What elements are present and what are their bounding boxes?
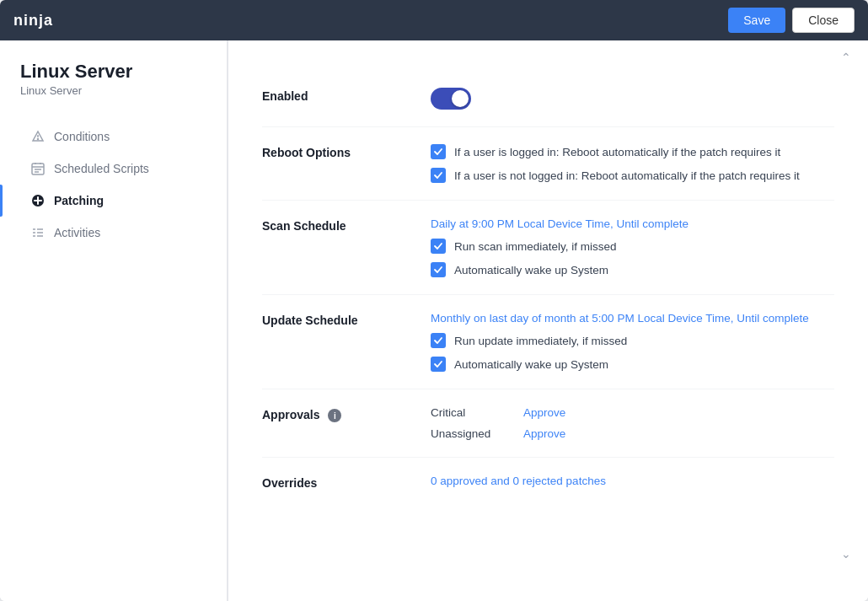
save-button[interactable]: Save <box>728 8 785 33</box>
update-schedule-label: Update Schedule <box>262 312 431 327</box>
enabled-content <box>431 88 834 110</box>
section-header: ⌃ <box>228 40 868 64</box>
reboot-option-2-checkbox[interactable] <box>431 168 446 183</box>
scan-schedule-content: Daily at 9:00 PM Local Device Time, Unti… <box>431 217 834 277</box>
scan-schedule-label: Scan Schedule <box>262 217 431 233</box>
reboot-options-row: Reboot Options If a user is logged in: R… <box>262 127 834 201</box>
reboot-option-2-text: If a user is not logged in: Reboot autom… <box>454 169 800 182</box>
sidebar-item-conditions-label: Conditions <box>54 130 110 143</box>
update-option-1-text: Run update immediately, if missed <box>454 335 627 347</box>
scan-option-2-checkbox[interactable] <box>431 262 446 277</box>
update-schedule-content: Monthly on last day of month at 5:00 PM … <box>431 312 834 372</box>
left-panel: Linux Server Linux Server Conditions <box>0 40 228 601</box>
sidebar-item-conditions[interactable]: Conditions <box>20 121 227 153</box>
approvals-info-icon[interactable]: i <box>328 409 341 422</box>
update-option-2-text: Automatically wake up System <box>454 358 608 371</box>
scan-option-1-text: Run scan immediately, if missed <box>454 240 617 253</box>
right-panel: ⌃ Enabled Reboot Options <box>228 40 868 601</box>
plus-circle-icon <box>30 193 46 208</box>
main-content: Linux Server Linux Server Conditions <box>0 40 868 601</box>
critical-approval-row: Critical Approve <box>431 406 834 419</box>
reboot-option-1-text: If a user is logged in: Reboot automatic… <box>454 146 780 158</box>
sidebar-item-scheduled-scripts-label: Scheduled Scripts <box>54 162 149 175</box>
update-schedule-link[interactable]: Monthly on last day of month at 5:00 PM … <box>431 312 834 325</box>
close-button[interactable]: Close <box>792 8 855 33</box>
calendar-icon <box>30 161 46 176</box>
reboot-option-1-checkbox[interactable] <box>431 144 446 159</box>
update-option-2-row: Automatically wake up System <box>431 357 834 372</box>
unassigned-approve-link[interactable]: Approve <box>523 427 565 440</box>
logo: ninja <box>13 12 53 30</box>
toggle-thumb <box>452 90 469 107</box>
sidebar-item-patching-label: Patching <box>54 194 104 207</box>
update-option-2-checkbox[interactable] <box>431 357 446 372</box>
content-area: Enabled Reboot Options <box>228 64 868 540</box>
list-icon <box>30 225 46 240</box>
approvals-label: Approvals i <box>262 406 431 422</box>
sidebar-item-patching[interactable]: Patching <box>20 185 227 217</box>
overrides-content: 0 approved and 0 rejected patches <box>431 475 834 487</box>
nav-buttons: Save Close <box>728 8 855 33</box>
reboot-options-content: If a user is logged in: Reboot automatic… <box>431 144 834 183</box>
enabled-row: Enabled <box>262 71 834 127</box>
critical-label: Critical <box>431 406 506 419</box>
overrides-label: Overrides <box>262 475 431 490</box>
unassigned-label: Unassigned <box>431 427 506 440</box>
reboot-option-2-row: If a user is not logged in: Reboot autom… <box>431 168 834 183</box>
chevron-down-icon[interactable]: ⌄ <box>841 547 851 561</box>
update-schedule-row: Update Schedule Monthly on last day of m… <box>262 295 834 389</box>
svg-point-1 <box>38 139 39 140</box>
chevron-up-icon[interactable]: ⌃ <box>841 51 851 64</box>
enabled-toggle[interactable] <box>431 88 471 110</box>
top-nav: ninja Save Close <box>0 0 868 40</box>
update-option-1-row: Run update immediately, if missed <box>431 333 834 348</box>
update-option-1-checkbox[interactable] <box>431 333 446 348</box>
sidebar-item-scheduled-scripts[interactable]: Scheduled Scripts <box>20 153 227 185</box>
reboot-option-1-row: If a user is logged in: Reboot automatic… <box>431 144 834 159</box>
scan-option-1-row: Run scan immediately, if missed <box>431 239 834 254</box>
scan-option-2-row: Automatically wake up System <box>431 262 834 277</box>
overrides-link[interactable]: 0 approved and 0 rejected patches <box>431 475 834 487</box>
app-window: ninja Save Close Linux Server Linux Serv… <box>0 0 868 601</box>
scan-schedule-link[interactable]: Daily at 9:00 PM Local Device Time, Unti… <box>431 217 834 230</box>
scan-schedule-row: Scan Schedule Daily at 9:00 PM Local Dev… <box>262 201 834 295</box>
page-subtitle: Linux Server <box>20 84 227 97</box>
critical-approve-link[interactable]: Approve <box>523 406 565 419</box>
approvals-row: Approvals i Critical Approve Unassigned … <box>262 389 834 458</box>
sidebar-item-activities-label: Activities <box>54 226 100 239</box>
scroll-indicator: ⌄ <box>228 540 868 567</box>
warning-icon <box>30 129 46 144</box>
overrides-row: Overrides 0 approved and 0 rejected patc… <box>262 458 834 507</box>
scan-option-1-checkbox[interactable] <box>431 239 446 254</box>
sidebar-item-activities[interactable]: Activities <box>20 217 227 249</box>
scan-option-2-text: Automatically wake up System <box>454 264 608 276</box>
approvals-content: Critical Approve Unassigned Approve <box>431 406 834 440</box>
reboot-options-label: Reboot Options <box>262 144 431 159</box>
unassigned-approval-row: Unassigned Approve <box>431 427 834 440</box>
enabled-label: Enabled <box>262 88 431 103</box>
page-title: Linux Server <box>20 61 227 83</box>
sidebar-nav: Conditions Scheduled Scr <box>20 121 227 249</box>
